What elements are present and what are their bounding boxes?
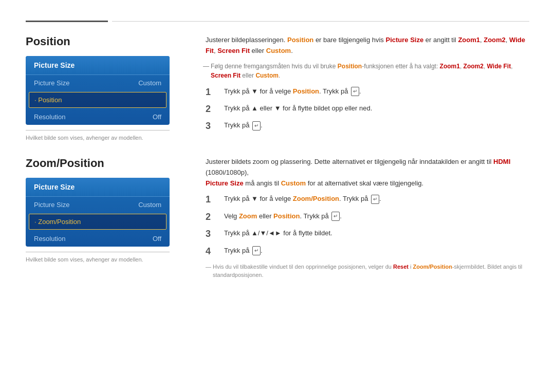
top-divider-dark — [26, 21, 108, 22]
position-step1-icon: ↵ — [351, 87, 359, 96]
position-menu-header: Picture Size — [26, 56, 170, 75]
zoomposition-step1-num: 1 — [206, 194, 220, 206]
position-menu-note: Hvilket bilde som vises, avhenger av mod… — [26, 130, 170, 141]
position-desc-note: Følg denne fremgangsmåten hvis du vil br… — [206, 62, 529, 80]
position-note-text: Hvilket bilde som vises, avhenger av mod… — [26, 135, 143, 141]
zoomposition-step2-icon: ↵ — [331, 212, 340, 221]
zoomposition-step2-zoom: Zoom — [239, 212, 257, 220]
position-note-zoom2: Zoom2 — [464, 63, 484, 70]
zoomposition-step2-num: 2 — [206, 211, 220, 223]
zoomposition-desc-custom: Custom — [281, 179, 306, 187]
position-menu-row-picturesize: Picture Size Custom — [26, 75, 170, 91]
position-steps: 1 Trykk på ▼ for å velge Position. Trykk… — [206, 86, 529, 133]
position-desc-zoom1: Zoom1 — [458, 36, 480, 44]
zoomposition-step2-position: Position — [273, 212, 300, 220]
position-resolution-label: Resolution — [34, 113, 65, 121]
zoomposition-resolution-value: Off — [153, 235, 161, 242]
position-desc-highlight-position: Position — [287, 36, 313, 44]
zoomposition-desc-main: Justerer bildets zoom og plassering. Det… — [206, 157, 529, 189]
zoomposition-step2-text: Velg Zoom eller Position. Trykk på ↵. — [224, 211, 529, 222]
zoomposition-bottom-note: Hvis du vil tilbakestille vinduet til de… — [206, 263, 529, 279]
position-step2-num: 2 — [206, 103, 220, 115]
section-position-title: Position — [26, 35, 185, 48]
position-picturesize-label: Picture Size — [34, 79, 69, 87]
zoomposition-step-4: 4 Trykk på ↵. — [206, 246, 529, 257]
zoomposition-resolution-label: Resolution — [34, 235, 65, 242]
zoomposition-step1-icon: ↵ — [371, 195, 379, 204]
zoomposition-menu-box: Picture Size Picture Size Custom · Zoom/… — [26, 178, 170, 247]
position-step2-text: Trykk på ▲ eller ▼ for å flytte bildet o… — [224, 103, 529, 114]
section-zoomposition-right: Justerer bildets zoom og plassering. Det… — [206, 157, 529, 279]
position-step1-keyword: Position — [293, 87, 319, 95]
position-step3-num: 3 — [206, 120, 220, 132]
position-note-widefit: Wide Fit — [487, 63, 511, 70]
zoomposition-step3-text: Trykk på ▲/▼/◄► for å flytte bildet. — [224, 228, 529, 239]
zoomposition-step1-keyword: Zoom/Position — [293, 195, 339, 202]
top-dividers — [26, 21, 529, 22]
zoomposition-step4-num: 4 — [206, 246, 220, 257]
zoomposition-menu-header: Picture Size — [26, 178, 170, 197]
position-note-zoom1: Zoom1 — [440, 63, 460, 70]
position-desc-zoom2: Zoom2 — [484, 36, 506, 44]
zoomposition-picturesize-label: Picture Size — [34, 201, 69, 209]
position-desc-custom: Custom — [266, 47, 291, 54]
zoomposition-step-3: 3 Trykk på ▲/▼/◄► for å flytte bildet. — [206, 228, 529, 240]
position-step3-icon: ↵ — [252, 121, 261, 130]
section-position: Position Picture Size Picture Size Custo… — [26, 35, 529, 141]
position-step-3: 3 Trykk på ↵. — [206, 120, 529, 132]
top-divider-light — [112, 21, 529, 22]
position-desc-screenfit: Screen Fit — [217, 47, 250, 54]
position-desc-highlight-picturesize: Picture Size — [385, 36, 423, 44]
zoomposition-step4-text: Trykk på ↵. — [224, 246, 529, 256]
zoomposition-step4-icon: ↵ — [252, 246, 261, 255]
position-step-1: 1 Trykk på ▼ for å velge Position. Trykk… — [206, 86, 529, 98]
zoomposition-steps: 1 Trykk på ▼ for å velge Zoom/Position. … — [206, 194, 529, 257]
position-note-position: Position — [338, 63, 362, 70]
position-step1-text: Trykk på ▼ for å velge Position. Trykk p… — [224, 86, 529, 97]
position-resolution-value: Off — [153, 113, 161, 121]
zoomposition-menu-row-resolution: Resolution Off — [26, 231, 170, 247]
position-menu-row-selected[interactable]: · Position — [29, 92, 166, 108]
zoomposition-step-1: 1 Trykk på ▼ for å velge Zoom/Position. … — [206, 194, 529, 206]
section-zoomposition-left: Zoom/Position Picture Size Picture Size … — [26, 157, 185, 279]
zoomposition-menu-row-selected[interactable]: · Zoom/Position — [29, 214, 166, 230]
zoomposition-step3-num: 3 — [206, 228, 220, 240]
zoomposition-menu-note: Hvilket bilde som vises, avhenger av mod… — [26, 252, 170, 263]
page-container: Position Picture Size Picture Size Custo… — [0, 0, 555, 392]
zoomposition-desc-picturesize: Picture Size — [206, 179, 244, 187]
zoomposition-reset: Reset — [393, 264, 409, 270]
section-zoomposition-title: Zoom/Position — [26, 157, 185, 170]
position-step3-text: Trykk på ↵. — [224, 120, 529, 131]
position-desc-main: Justerer bildeplasseringen. Position er … — [206, 35, 529, 57]
section-zoomposition: Zoom/Position Picture Size Picture Size … — [26, 157, 529, 279]
section-position-left: Position Picture Size Picture Size Custo… — [26, 35, 185, 141]
section-position-right: Justerer bildeplasseringen. Position er … — [206, 35, 529, 141]
position-menu-box: Picture Size Picture Size Custom · Posit… — [26, 56, 170, 125]
zoomposition-menu-row-picturesize: Picture Size Custom — [26, 197, 170, 213]
position-menu-row-resolution: Resolution Off — [26, 109, 170, 125]
position-note-screenfit: Screen Fit — [211, 72, 240, 79]
zoomposition-picturesize-value: Custom — [138, 201, 161, 209]
zoomposition-desc-hdmi: HDMI — [493, 158, 510, 165]
zoomposition-step-2: 2 Velg Zoom eller Position. Trykk på ↵. — [206, 211, 529, 223]
zoomposition-step1-text: Trykk på ▼ for å velge Zoom/Position. Tr… — [224, 194, 529, 204]
position-picturesize-value: Custom — [138, 79, 161, 87]
zoomposition-note-text: Hvilket bilde som vises, avhenger av mod… — [26, 256, 143, 263]
position-step1-num: 1 — [206, 86, 220, 98]
position-note-custom: Custom — [255, 72, 279, 79]
position-step-2: 2 Trykk på ▲ eller ▼ for å flytte bildet… — [206, 103, 529, 115]
zoomposition-zoom-position: Zoom/Position — [413, 264, 452, 270]
